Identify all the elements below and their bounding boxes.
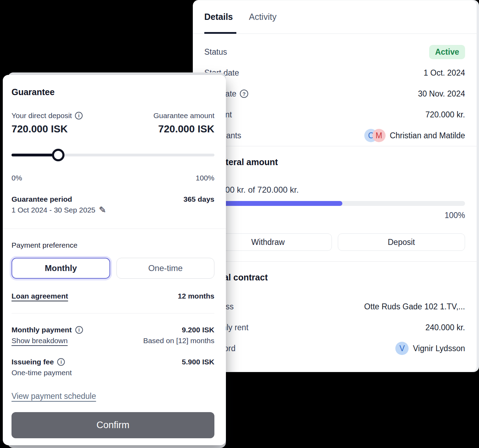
- details-panel: Details Activity Status Active Start dat…: [193, 0, 477, 372]
- info-circle-icon[interactable]: i: [57, 358, 65, 366]
- start-date-row: Start date 1 Oct. 2024: [204, 62, 465, 83]
- landlord-value: V Vignir Lydsson: [395, 342, 465, 355]
- monthly-payment-value: 9.200 ISK: [182, 325, 214, 334]
- help-circle-icon[interactable]: ?: [240, 90, 248, 98]
- info-circle-icon[interactable]: i: [75, 112, 83, 119]
- start-date-value: 1 Oct. 2024: [424, 68, 465, 78]
- amount-row: Amount 720.000 kr.: [204, 104, 465, 125]
- end-date-row: End date ? 30 Nov. 2024: [204, 83, 465, 104]
- active-tab-underline: [204, 32, 236, 34]
- monthly-rent-row: Monthly rent 240.000 kr.: [204, 317, 465, 338]
- collateral-section: Collateral amount 360.000 kr. of 720.000…: [193, 146, 477, 261]
- divider: [12, 313, 214, 314]
- issueing-fee-note: One-time payment: [12, 368, 72, 378]
- issueing-fee-block: Issueing fee i One-time payment: [12, 357, 72, 378]
- slider-handle[interactable]: [52, 149, 64, 161]
- slider-scale: 0% 100%: [12, 174, 214, 182]
- guarantee-title: Guarantee: [12, 75, 214, 98]
- direct-deposit-block: Your direct deposit i 720.000 ISK: [12, 111, 83, 136]
- payment-preference-label: Payment preference: [12, 241, 214, 250]
- issueing-fee-label-text: Issueing fee: [12, 357, 54, 366]
- show-breakdown-link[interactable]: Show breakdown: [12, 336, 68, 346]
- monthly-payment-block: Monthly payment i Show breakdown: [12, 325, 83, 346]
- guarantee-amount-label: Guarantee amount: [153, 111, 214, 120]
- monthly-payment-values: 9.200 ISK Based on [12] months: [143, 325, 214, 346]
- applicants-row: Applicants C M Christian and Matilde: [204, 125, 465, 146]
- tab-details[interactable]: Details: [204, 12, 233, 22]
- view-payment-schedule-link[interactable]: View payment schedule: [12, 392, 96, 401]
- collateral-scale-max: 100%: [204, 210, 465, 220]
- issueing-fee-value: 5.900 ISK: [182, 357, 214, 366]
- collateral-title: Collateral amount: [204, 156, 465, 168]
- monthly-rent-value: 240.000 kr.: [425, 323, 465, 332]
- monthly-payment-label-text: Monthly payment: [12, 325, 72, 334]
- guarantee-period-label: Guarantee period: [12, 195, 106, 204]
- status-label: Status: [204, 47, 227, 57]
- loan-agreement-row: Loan agreement 12 months: [12, 292, 214, 301]
- landlord-row: Landlord V Vignir Lydsson: [204, 338, 465, 359]
- guarantee-period-dates: 1 Oct 2024 - 30 Sep 2025 ✎: [12, 205, 106, 215]
- details-rows: Status Active Start date 1 Oct. 2024 End…: [193, 34, 477, 146]
- guarantee-section: Guarantee Your direct deposit i 720.000 …: [3, 75, 226, 229]
- tab-bar: Details Activity: [193, 0, 477, 34]
- option-monthly[interactable]: Monthly: [12, 258, 110, 279]
- guarantee-amount-value: 720.000 ISK: [158, 122, 214, 136]
- status-row: Status Active: [204, 41, 465, 62]
- monthly-payment-row: Monthly payment i Show breakdown 9.200 I…: [12, 325, 214, 346]
- issueing-fee-row: Issueing fee i One-time payment 5.900 IS…: [12, 357, 214, 378]
- collateral-buttons: Withdraw Deposit: [204, 233, 465, 251]
- loan-agreement-link[interactable]: Loan agreement: [12, 292, 68, 301]
- direct-deposit-label-text: Your direct deposit: [12, 111, 72, 120]
- guarantee-panel: Guarantee Your direct deposit i 720.000 …: [3, 75, 226, 445]
- landlord-name: Vignir Lydsson: [413, 344, 465, 353]
- tab-activity[interactable]: Activity: [249, 12, 276, 22]
- slider-min-label: 0%: [12, 174, 22, 182]
- monthly-payment-label: Monthly payment i: [12, 325, 83, 334]
- rental-contract-section: Rental contract Address Otte Ruds Gade 1…: [193, 261, 477, 359]
- status-badge: Active: [429, 45, 465, 59]
- payment-schedule-row: View payment schedule: [12, 392, 214, 401]
- deposit-button[interactable]: Deposit: [338, 233, 465, 251]
- guarantee-period-block: Guarantee period 1 Oct 2024 - 30 Sep 202…: [12, 195, 106, 215]
- guarantee-period-dates-text: 1 Oct 2024 - 30 Sep 2025: [12, 205, 96, 215]
- applicants-value: C M Christian and Matilde: [364, 129, 465, 142]
- direct-deposit-label: Your direct deposit i: [12, 111, 83, 120]
- pencil-icon[interactable]: ✎: [99, 205, 106, 215]
- end-date-value: 30 Nov. 2024: [418, 89, 465, 99]
- loan-agreement-value: 12 months: [178, 292, 214, 301]
- slider-max-label: 100%: [196, 174, 214, 182]
- collateral-progress-track: [204, 201, 465, 206]
- avatar: V: [395, 342, 409, 355]
- rental-contract-title: Rental contract: [204, 271, 465, 283]
- payment-section: Payment preference Monthly One-time Loan…: [3, 241, 226, 438]
- guarantee-slider[interactable]: [12, 149, 214, 161]
- guarantee-period-row: Guarantee period 1 Oct 2024 - 30 Sep 202…: [12, 195, 214, 215]
- issueing-fee-label: Issueing fee i: [12, 357, 72, 366]
- applicant-avatars: C M: [364, 129, 386, 142]
- slider-fill: [12, 154, 58, 156]
- avatar: M: [372, 129, 386, 142]
- address-row: Address Otte Ruds Gade 102 1.TV,...: [204, 296, 465, 317]
- payment-preference-options: Monthly One-time: [12, 258, 214, 279]
- option-one-time[interactable]: One-time: [116, 258, 214, 279]
- direct-deposit-value: 720.000 ISK: [12, 122, 83, 136]
- collateral-progress-text: 360.000 kr. of 720.000 kr.: [204, 185, 465, 195]
- amount-value: 720.000 kr.: [425, 110, 465, 119]
- rental-contract-rows: Address Otte Ruds Gade 102 1.TV,... Mont…: [204, 296, 465, 359]
- deposit-amount-row: Your direct deposit i 720.000 ISK Guaran…: [12, 111, 214, 136]
- guarantee-period-days: 365 days: [183, 195, 214, 204]
- guarantee-amount-block: Guarantee amount 720.000 ISK: [153, 111, 214, 136]
- monthly-payment-note: Based on [12] months: [143, 336, 214, 346]
- info-circle-icon[interactable]: i: [75, 326, 83, 334]
- applicants-names: Christian and Matilde: [390, 131, 465, 140]
- confirm-button[interactable]: Confirm: [12, 412, 214, 438]
- address-value: Otte Ruds Gade 102 1.TV,...: [364, 302, 465, 311]
